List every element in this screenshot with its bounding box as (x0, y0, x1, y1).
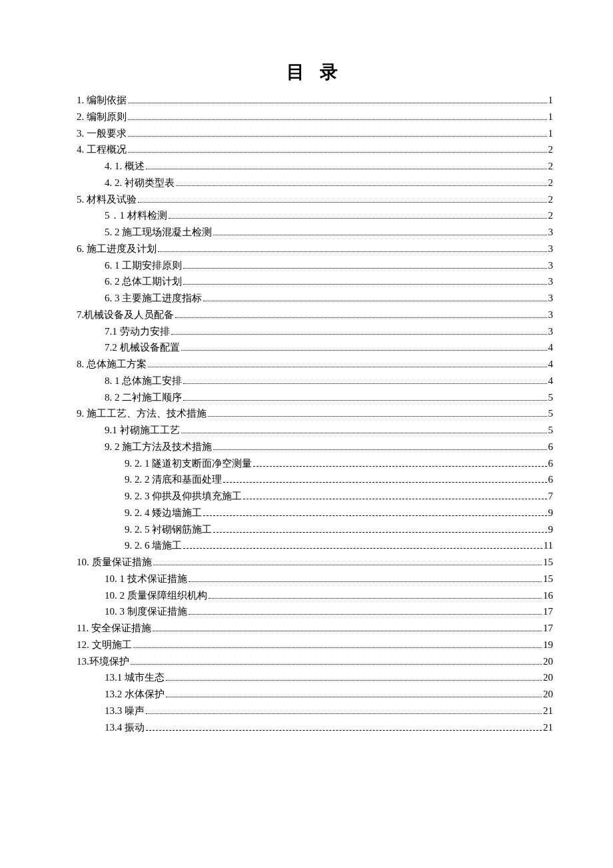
toc-leader (175, 308, 546, 318)
toc-leader (128, 127, 547, 137)
toc-entry: 9. 2. 4 矮边墙施工 9 (77, 505, 553, 521)
toc-entry-page: 3 (548, 224, 554, 241)
toc-leader (171, 325, 547, 335)
toc-entry-page: 5 (548, 405, 554, 422)
toc-entry-page: 2 (548, 207, 554, 224)
toc-leader (146, 721, 542, 731)
toc-leader (208, 407, 547, 417)
toc-entry-label: 4. 1. 概述 (105, 158, 145, 175)
toc-entry: 5．1 材料检测2 (77, 207, 553, 224)
toc-entry-page: 16 (543, 587, 553, 604)
toc-leader (253, 457, 546, 467)
toc-entry-label: 13.2 水体保护 (105, 686, 165, 703)
toc-entry-page: 5 (548, 422, 554, 439)
toc-entry-page: 4 (548, 356, 554, 373)
toc-entry-label: 5. 2 施工现场混凝土检测 (105, 224, 212, 241)
toc-entry-page: 3 (548, 290, 554, 307)
toc-entry-page: 6 (548, 455, 554, 472)
toc-leader (138, 193, 547, 203)
toc-title: 目 录 (77, 60, 553, 84)
toc-leader (183, 391, 546, 401)
toc-entry-label: 8. 2 二衬施工顺序 (105, 389, 182, 406)
toc-entry-label: 6. 1 工期安排原则 (105, 257, 182, 274)
toc-entry-label: 9. 施工工艺、方法、技术措施 (77, 405, 207, 422)
toc-entry-page: 17 (543, 620, 553, 637)
toc-entry-page: 20 (543, 669, 553, 686)
toc-entry-label: 10. 1 技术保证措施 (105, 571, 187, 587)
toc-entry: 12. 文明施工19 (77, 637, 553, 653)
toc-entry-page: 21 (543, 703, 553, 719)
toc-entry-page: 3 (548, 257, 554, 274)
toc-entry-label: 10. 质量保证措施 (77, 554, 152, 571)
toc-leader (133, 638, 542, 648)
toc-entry-page: 2 (548, 141, 554, 158)
toc-leader (158, 242, 547, 252)
toc-entry-label: 9. 2. 4 矮边墙施工 (125, 505, 202, 521)
toc-entry-label: 7.机械设备及人员配备 (77, 307, 174, 323)
toc-entry-page: 9 (548, 505, 554, 521)
toc-entry: 9.1 衬砌施工工艺5 (77, 422, 553, 439)
toc-entry: 7.2 机械设备配置4 (77, 339, 553, 356)
toc-leader (209, 589, 542, 599)
toc-entry-label: 3. 一般要求 (77, 125, 127, 142)
toc-entry: 6. 1 工期安排原则3 (77, 257, 553, 274)
toc-leader (128, 110, 547, 120)
toc-leader (213, 523, 546, 533)
toc-entry-page: 20 (543, 686, 553, 703)
toc-leader (128, 94, 547, 104)
toc-entry-page: 20 (543, 653, 553, 670)
toc-leader (148, 358, 547, 368)
toc-entry: 4. 1. 概述2 (77, 158, 553, 175)
toc-entry-page: 5 (548, 389, 554, 406)
toc-leader (181, 424, 547, 434)
toc-entry: 4. 2. 衬砌类型表2 (77, 175, 553, 191)
toc-entry-label: 9. 2. 3 仰拱及仰拱填充施工 (125, 488, 242, 505)
toc-entry: 5. 材料及试验2 (77, 191, 553, 208)
toc-entry-page: 15 (543, 571, 553, 587)
toc-leader (189, 572, 542, 582)
toc-entry-label: 4. 2. 衬砌类型表 (105, 175, 175, 191)
toc-entry-page: 3 (548, 273, 554, 290)
toc-entry-label: 13.3 噪声 (105, 703, 145, 719)
toc-entry-page: 11 (544, 537, 553, 554)
toc-entry: 13.4 振动 21 (77, 719, 553, 736)
toc-entry-label: 9. 2. 6 墙施工 (125, 537, 182, 554)
toc-entry: 1. 编制依据1 (77, 92, 553, 109)
toc-entry: 9. 2. 2 清底和基面处理 6 (77, 471, 553, 488)
toc-entry-label: 9. 2. 1 隧道初支断面净空测量 (125, 455, 252, 472)
toc-entry-label: 6. 3 主要施工进度指标 (105, 290, 202, 307)
toc-leader (176, 176, 547, 186)
toc-entry-page: 7 (548, 488, 554, 505)
toc-entry: 2. 编制原则1 (77, 109, 553, 125)
toc-entry: 7.1 劳动力安排3 (77, 323, 553, 340)
toc-entry: 9. 2. 1 隧道初支断面净空测量 6 (77, 455, 553, 472)
toc-entry: 9. 2. 5 衬砌钢筋施工 9 (77, 521, 553, 538)
toc-entry-page: 9 (548, 521, 554, 538)
toc-leader (183, 259, 546, 269)
toc-leader (181, 341, 547, 351)
toc-entry-label: 5．1 材料检测 (105, 207, 167, 224)
toc-entry: 8. 1 总体施工安排4 (77, 373, 553, 389)
toc-entry-label: 5. 材料及试验 (77, 191, 137, 208)
toc-leader (183, 539, 542, 549)
document-page: 目 录 1. 编制依据12. 编制原则13. 一般要求14. 工程概况24. 1… (0, 0, 613, 775)
toc-entry: 13.环境保护20 (77, 653, 553, 670)
toc-entry-page: 3 (548, 307, 554, 323)
toc-entry-page: 19 (543, 637, 553, 653)
toc-entry-label: 9.1 衬砌施工工艺 (105, 422, 180, 439)
toc-entry: 10. 质量保证措施15 (77, 554, 553, 571)
toc-leader (213, 440, 546, 450)
toc-entry: 10. 1 技术保证措施15 (77, 571, 553, 587)
toc-entry-label: 8. 1 总体施工安排 (105, 373, 182, 389)
toc-entry-page: 2 (548, 175, 554, 191)
toc-entry-page: 1 (548, 92, 554, 109)
toc-entry-label: 4. 工程概况 (77, 141, 127, 158)
toc-entry-label: 11. 安全保证措施 (77, 620, 151, 637)
toc-entry: 9. 2. 6 墙施工 11 (77, 537, 553, 554)
toc-entry-label: 6. 2 总体工期计划 (105, 273, 182, 290)
toc-entry-label: 1. 编制依据 (77, 92, 127, 109)
toc-entry-label: 10. 2 质量保障组织机构 (105, 587, 207, 604)
toc-entry-page: 4 (548, 339, 554, 356)
toc-entry: 10. 2 质量保障组织机构16 (77, 587, 553, 604)
toc-entry-label: 9. 2. 5 衬砌钢筋施工 (125, 521, 212, 538)
